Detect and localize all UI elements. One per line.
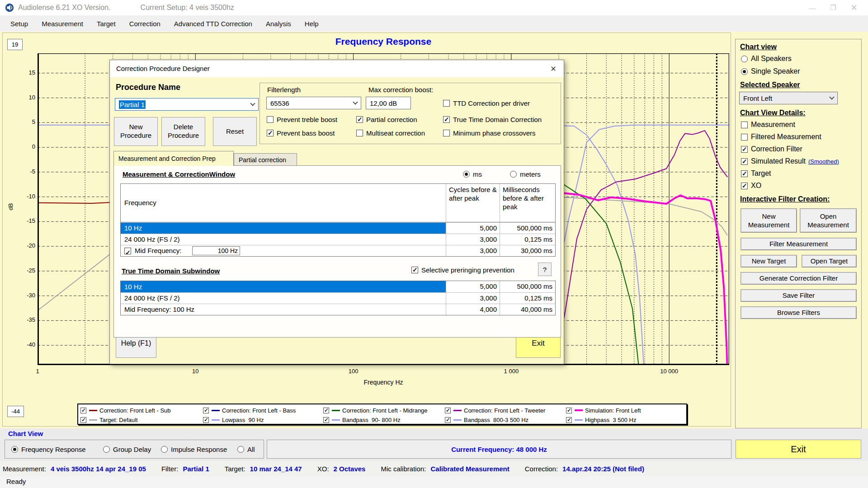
- open-target-button[interactable]: Open Target: [802, 255, 857, 267]
- cycles-cell[interactable]: 3,000: [446, 245, 500, 256]
- radio-all-speakers[interactable]: [741, 56, 748, 62]
- selective-preringing-checkbox[interactable]: [411, 267, 418, 273]
- generate-correction-filter-button[interactable]: Generate Correction Filter: [741, 272, 857, 285]
- table-row-mid-frequency[interactable]: Mid Frequency:100 Hz3,00030,000 ms: [121, 245, 555, 256]
- menu-item-correction[interactable]: Correction: [123, 16, 167, 31]
- legend-checkbox-highpass-3-500-hz[interactable]: [566, 417, 572, 423]
- option-prevent-bass-boost[interactable]: Prevent bass boost: [267, 129, 335, 137]
- radio-single-speaker[interactable]: [741, 68, 748, 75]
- dialog-close-icon[interactable]: ✕: [543, 60, 564, 77]
- menu-item-help[interactable]: Help: [298, 16, 326, 31]
- checkbox-target[interactable]: [741, 170, 748, 177]
- checkbox-simulated-result[interactable]: [741, 158, 748, 165]
- cycles-cell[interactable]: 5,000: [446, 223, 500, 234]
- frequency-cell[interactable]: 24 000 Hz (FS / 2): [121, 293, 446, 304]
- tab-measurement-and-correction-prep[interactable]: Measurement and Correction Prep: [113, 151, 234, 166]
- cycles-cell[interactable]: 4,000: [446, 304, 500, 315]
- legend-checkbox-target-default[interactable]: [80, 417, 86, 423]
- option-partial-correction[interactable]: Partial correction: [356, 116, 417, 123]
- frequency-cell[interactable]: Mid Frequency:100 Hz: [121, 245, 446, 256]
- milliseconds-cell[interactable]: 30,000 ms: [500, 245, 555, 256]
- delete-procedure-button[interactable]: Delete Procedure: [161, 117, 205, 146]
- open-measurement-button[interactable]: Open Measurement: [800, 208, 857, 233]
- filterlength-dropdown[interactable]: 65536: [266, 97, 361, 109]
- legend-checkbox-bandpass-800-3-500-hz[interactable]: [445, 417, 451, 423]
- option-true-time-domain-correction[interactable]: True Time Domain Correction: [443, 116, 542, 123]
- cycles-cell[interactable]: 5,000: [446, 281, 500, 292]
- legend-checkbox-lowpass-90-hz[interactable]: [203, 417, 209, 423]
- selected-speaker-dropdown[interactable]: Front Left: [739, 92, 838, 104]
- chart-view-radio-all[interactable]: All: [237, 446, 255, 453]
- speaker-radio-all-speakers[interactable]: All Speakers: [741, 55, 792, 63]
- new-target-button[interactable]: New Target: [741, 255, 797, 267]
- help-question-button[interactable]: ?: [538, 263, 552, 276]
- legend-checkbox-bandpass-90-800-hz[interactable]: [323, 417, 329, 423]
- tab-partial-correction[interactable]: Partial correction: [234, 153, 297, 166]
- cycles-cell[interactable]: 3,000: [446, 293, 500, 304]
- menu-item-analysis[interactable]: Analysis: [259, 16, 298, 31]
- checkbox-xo[interactable]: [741, 183, 748, 189]
- checkbox-multiseat-correction[interactable]: [356, 130, 363, 136]
- table-row-10-hz[interactable]: 10 Hz5,000500,000 ms: [121, 222, 555, 234]
- radio-frequency-response[interactable]: [11, 446, 18, 453]
- checkbox-partial-correction[interactable]: [356, 116, 363, 123]
- dialog-title-bar[interactable]: Correction Procedure Designer ✕: [110, 60, 564, 77]
- max-correction-boost-field[interactable]: 12,00 dB: [366, 97, 411, 109]
- detail-measurement[interactable]: Measurement: [741, 121, 795, 129]
- milliseconds-cell[interactable]: 0,125 ms: [500, 234, 555, 245]
- detail-target[interactable]: Target: [741, 169, 771, 178]
- reset-button[interactable]: Reset: [213, 117, 257, 146]
- legend-checkbox-simulation-front-left[interactable]: [566, 408, 572, 413]
- milliseconds-cell[interactable]: 500,000 ms: [500, 223, 555, 234]
- legend-checkbox-correction-front-left-midrange[interactable]: [323, 408, 329, 413]
- checkbox-true-time-domain-correction[interactable]: [443, 116, 450, 123]
- option-minimum-phase-crossovers[interactable]: Minimum phase crossovers: [443, 129, 536, 137]
- option-ttd-correction-per-driver[interactable]: TTD Correction per driver: [443, 99, 530, 107]
- checkbox-measurement[interactable]: [741, 122, 748, 128]
- new-procedure-button[interactable]: New Procedure: [114, 117, 158, 146]
- option-multiseat-correction[interactable]: Multiseat correction: [356, 129, 425, 137]
- detail-filtered-measurement[interactable]: Filtered Measurement: [741, 133, 821, 141]
- filter-measurement-button[interactable]: Filter Measurement: [741, 238, 857, 250]
- legend-checkbox-correction-front-left-bass[interactable]: [203, 408, 209, 413]
- legend-checkbox-correction-front-left-sub[interactable]: [80, 408, 86, 413]
- milliseconds-cell[interactable]: 0,125 ms: [500, 293, 555, 304]
- checkbox-filtered-measurement[interactable]: [741, 134, 748, 141]
- minimize-icon[interactable]: —: [802, 0, 823, 15]
- unit-radio-meters[interactable]: meters: [510, 170, 541, 178]
- close-icon[interactable]: ✕: [844, 0, 864, 15]
- option-prevent-treble-boost[interactable]: Prevent treble boost: [267, 116, 337, 123]
- checkbox-ttd-correction-per-driver[interactable]: [443, 100, 450, 107]
- y-max-box[interactable]: 19: [7, 39, 23, 50]
- radio-impulse-response[interactable]: [161, 446, 168, 453]
- speaker-radio-single-speaker[interactable]: Single Speaker: [741, 67, 800, 75]
- new-measurement-button[interactable]: New Measurement: [741, 208, 797, 233]
- checkbox-minimum-phase-crossovers[interactable]: [443, 130, 450, 136]
- radio-meters[interactable]: [510, 171, 517, 178]
- checkbox-prevent-bass-boost[interactable]: [267, 130, 274, 136]
- legend-checkbox-correction-front-left-tweeter[interactable]: [445, 408, 451, 413]
- menu-item-setup[interactable]: Setup: [4, 16, 35, 31]
- maximize-icon[interactable]: ❐: [823, 0, 844, 15]
- procedure-name-dropdown[interactable]: Partial 1: [115, 98, 259, 111]
- smoothed-link[interactable]: (Smoothed): [808, 158, 839, 165]
- y-min-box[interactable]: -44: [7, 406, 24, 417]
- checkbox-correction-filter[interactable]: [741, 146, 748, 153]
- radio-ms[interactable]: [463, 171, 470, 178]
- milliseconds-cell[interactable]: 40,000 ms: [500, 304, 555, 315]
- detail-simulated-result[interactable]: Simulated Result(Smoothed): [741, 157, 839, 165]
- detail-correction-filter[interactable]: Correction Filter: [741, 145, 802, 153]
- menu-item-target[interactable]: Target: [90, 16, 123, 31]
- frequency-cell[interactable]: Mid Frequency: 100 Hz: [121, 304, 446, 315]
- table-row-24-000-hz-fs-2[interactable]: 24 000 Hz (FS / 2)3,0000,125 ms: [121, 234, 555, 245]
- table-row-10-hz[interactable]: 10 Hz5,000500,000 ms: [121, 281, 555, 292]
- checkbox-prevent-treble-boost[interactable]: [267, 116, 274, 123]
- frequency-cell[interactable]: 10 Hz: [121, 223, 446, 234]
- table-row-mid-frequency-100-hz[interactable]: Mid Frequency: 100 Hz4,00040,000 ms: [121, 304, 555, 315]
- table-row-24-000-hz-fs-2[interactable]: 24 000 Hz (FS / 2)3,0000,125 ms: [121, 292, 555, 304]
- frequency-cell[interactable]: 24 000 Hz (FS / 2): [121, 234, 446, 245]
- milliseconds-cell[interactable]: 500,000 ms: [500, 281, 555, 292]
- selective-preringing-option[interactable]: Selective preringing prevention: [411, 266, 514, 274]
- chart-view-radio-group-delay[interactable]: Group Delay: [103, 446, 151, 453]
- mid-frequency-checkbox[interactable]: [124, 248, 131, 254]
